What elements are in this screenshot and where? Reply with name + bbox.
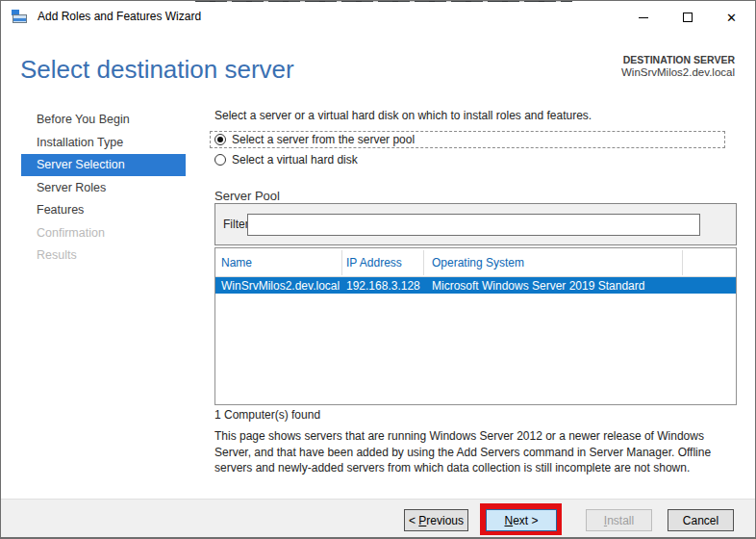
table-header-row: Name IP Address Operating System [215, 248, 736, 277]
cell-server-name: WinSrvMilos2.dev.local [221, 279, 340, 293]
close-icon: ✕ [726, 11, 737, 25]
radio-label: Select a server from the server pool [232, 133, 415, 146]
cancel-button[interactable]: Cancel [668, 509, 734, 531]
install-button: Install [586, 509, 652, 531]
radio-select-server-pool[interactable]: Select a server from the server pool [214, 133, 415, 146]
title-bar: Add Roles and Features Wizard ✕ [1, 2, 755, 31]
sidebar-item-server-roles[interactable]: Server Roles [21, 177, 186, 199]
column-header-ip-address[interactable]: IP Address [346, 256, 402, 270]
table-row[interactable]: WinSrvMilos2.dev.local 192.168.3.128 Mic… [215, 277, 736, 294]
filter-input[interactable] [247, 214, 700, 236]
next-button[interactable]: Next > [486, 509, 557, 531]
destination-server-value: WinSrvMilos2.dev.local [621, 66, 735, 78]
wizard-window: Add Roles and Features Wizard ✕ Select d… [0, 0, 756, 539]
maximize-icon [683, 13, 693, 22]
server-pool-heading: Server Pool [214, 189, 280, 203]
window-title: Add Roles and Features Wizard [38, 10, 201, 23]
intro-text: Select a server or a virtual hard disk o… [214, 109, 739, 122]
destination-server-label: DESTINATION SERVER [623, 54, 735, 65]
minimize-button[interactable] [621, 3, 665, 32]
column-header-operating-system[interactable]: Operating System [432, 256, 524, 270]
radio-unselected-icon [214, 154, 226, 166]
server-pool-table: Name IP Address Operating System WinSrvM… [214, 247, 737, 405]
previous-button[interactable]: < Previous [404, 509, 468, 531]
footer-bar: < Previous Next > Install Cancel [1, 499, 755, 537]
cell-ip-address: 192.168.3.128 [346, 279, 420, 293]
page-title: Select destination server [20, 55, 294, 85]
sidebar-item-installation-type[interactable]: Installation Type [21, 132, 186, 154]
radio-selected-icon [214, 134, 226, 145]
sidebar-item-before-you-begin[interactable]: Before You Begin [21, 109, 186, 131]
radio-select-virtual-hard-disk[interactable]: Select a virtual hard disk [214, 153, 358, 167]
page-description: This page shows servers that are running… [214, 428, 743, 476]
sidebar-item-results: Results [21, 244, 186, 267]
wizard-app-icon [12, 10, 28, 24]
radio-label: Select a virtual hard disk [232, 153, 358, 167]
close-button[interactable]: ✕ [710, 3, 753, 32]
filter-panel: Filter: [214, 203, 737, 245]
sidebar-item-server-selection[interactable]: Server Selection [21, 154, 186, 176]
minimize-icon [639, 17, 648, 18]
cell-operating-system: Microsoft Windows Server 2019 Standard [432, 279, 644, 293]
maximize-button[interactable] [666, 3, 709, 32]
column-header-name[interactable]: Name [221, 256, 252, 270]
sidebar-item-features[interactable]: Features [21, 199, 186, 221]
computers-found-text: 1 Computer(s) found [214, 408, 320, 422]
sidebar-item-confirmation: Confirmation [21, 222, 186, 244]
